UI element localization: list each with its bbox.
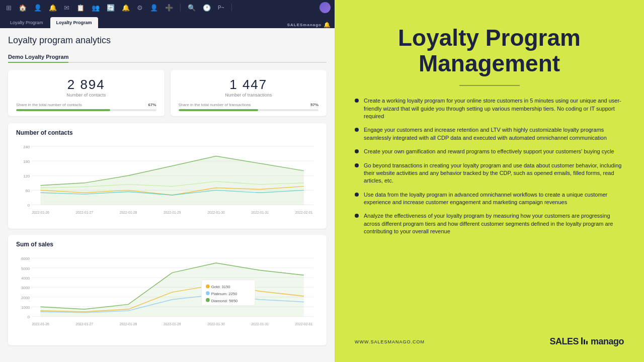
top-nav: ⊞ 🏠 👤 🔔 ✉ 📋 👥 🔄 🔔 ⚙ 👤 ➕ 🔍 🕐 P~ [0, 0, 335, 15]
svg-text:2022-01-29: 2022-01-29 [164, 322, 181, 326]
nav-divider-2 [231, 4, 232, 12]
svg-text:2022-01-28: 2022-01-28 [120, 322, 137, 326]
footer-url: WWW.SALESMANAGO.COM [355, 339, 425, 344]
home-icon[interactable]: 🏠 [17, 3, 29, 13]
right-footer: WWW.SALESMANAGO.COM SALES manago [355, 336, 624, 347]
contacts-chart-section: Number of contacts 240 180 120 60 0 2022… [8, 123, 327, 229]
svg-text:2022-02-01: 2022-02-01 [295, 322, 313, 326]
settings-icon[interactable]: ⚙ [135, 3, 145, 13]
bullet-text-2: Engage your customers and increase reten… [364, 126, 624, 142]
bullet-text-5: Use data from the loyalty program in adv… [364, 191, 624, 207]
email-icon[interactable]: ✉ [62, 3, 71, 13]
plus-icon[interactable]: ➕ [163, 3, 175, 13]
contacts-chart-title: Number of contacts [16, 129, 318, 136]
promo-bullets: Create a working loyalty program for you… [355, 97, 624, 235]
bullet-text-4: Go beyond transactions in creating your … [364, 162, 624, 185]
transactions-percent: 57% [310, 103, 318, 107]
svg-text:2022-01-31: 2022-01-31 [251, 322, 269, 326]
svg-point-43 [206, 291, 210, 295]
logo-bar-3 [586, 341, 588, 344]
avatar[interactable] [319, 2, 331, 13]
svg-text:1000: 1000 [21, 305, 30, 310]
sales-chart-section: Sum of sales 6000 5000 4000 3000 2000 10… [8, 235, 327, 345]
logo-bar-2 [584, 339, 585, 344]
users-icon[interactable]: 👥 [90, 3, 102, 13]
svg-text:3000: 3000 [21, 286, 30, 290]
salesmanago-logo-nav: SALESmanago [287, 23, 321, 27]
transactions-number: 1 447 [179, 77, 319, 93]
tabs-bar: Loyalty Program Loyalty Program SALESman… [0, 15, 335, 28]
contacts-percent: 67% [148, 103, 156, 107]
svg-text:2022-01-26: 2022-01-26 [32, 322, 49, 326]
page-title: Loyalty program analytics [8, 35, 327, 46]
search-bar-area: SALESmanago 🔔 [287, 22, 331, 28]
svg-text:180: 180 [23, 159, 30, 164]
user-profile-icon[interactable]: P~ [216, 4, 226, 12]
svg-text:2022-02-01: 2022-02-01 [295, 211, 313, 214]
contacts-bar-fill [16, 109, 110, 111]
transactions-share-row: Share in the total number of transaction… [179, 103, 319, 107]
contacts-label: Number of contacts [16, 93, 156, 98]
grid-icon[interactable]: ⊞ [4, 3, 14, 13]
svg-text:5000: 5000 [21, 266, 30, 271]
tab-loyalty-program-2[interactable]: Loyalty Program [50, 17, 98, 28]
search-icon[interactable]: 🔍 [186, 3, 198, 13]
contacts-chart-svg: 240 180 120 60 0 2022-01-26 2022-01-27 2… [16, 140, 318, 221]
content-area: Loyalty program analytics Demo Loyalty P… [0, 28, 335, 362]
list-item: Use data from the loyalty program in adv… [355, 191, 624, 207]
svg-text:2022-01-31: 2022-01-31 [251, 211, 269, 214]
stat-cards: 2 894 Number of contacts Share in the to… [8, 70, 327, 116]
stat-card-transactions: 1 447 Number of transactions Share in th… [171, 70, 327, 116]
svg-text:Gold:   3150: Gold: 3150 [211, 285, 230, 289]
svg-text:6000: 6000 [21, 256, 30, 261]
svg-text:60: 60 [26, 189, 30, 193]
account-icon[interactable]: 👤 [148, 3, 160, 13]
bullet-dot [355, 193, 359, 197]
bullet-dot [355, 163, 359, 167]
promo-divider [459, 85, 520, 86]
svg-point-41 [206, 285, 210, 289]
svg-text:2022-01-27: 2022-01-27 [75, 322, 93, 326]
svg-text:2022-01-30: 2022-01-30 [207, 211, 225, 214]
sub-tabs: Demo Loyalty Program [8, 52, 327, 63]
left-panel: ⊞ 🏠 👤 🔔 ✉ 📋 👥 🔄 🔔 ⚙ 👤 ➕ 🔍 🕐 P~ Loyalty P… [0, 0, 335, 362]
logo-bar-1 [581, 337, 583, 344]
contacts-share-label: Share in the total number of contacts [16, 103, 82, 107]
svg-text:2022-01-29: 2022-01-29 [164, 211, 181, 214]
bullet-text-3: Create your own gamification and reward … [364, 148, 614, 155]
clock-icon[interactable]: 🕐 [201, 3, 213, 13]
nav-divider [180, 4, 181, 12]
contacts-share-row: Share in the total number of contacts 67… [16, 103, 156, 107]
svg-text:2022-01-26: 2022-01-26 [32, 211, 49, 214]
tasks-icon[interactable]: 📋 [74, 3, 87, 13]
tab-loyalty-program-1[interactable]: Loyalty Program [4, 17, 49, 28]
sales-chart-svg: 6000 5000 4000 3000 2000 1000 0 2022-01-… [16, 252, 318, 337]
svg-text:2022-01-27: 2022-01-27 [75, 211, 93, 214]
contacts-bar-bg [16, 109, 156, 111]
alert-icon[interactable]: 🔔 [324, 22, 331, 28]
svg-marker-17 [40, 156, 303, 205]
promo-content: Loyalty Program Management Create a work… [355, 25, 624, 328]
bullet-text-1: Create a working loyalty program for you… [364, 97, 624, 120]
bullet-dot [355, 214, 359, 218]
sub-tab-demo[interactable]: Demo Loyalty Program [8, 52, 68, 63]
svg-text:120: 120 [23, 174, 30, 178]
sync-icon[interactable]: 🔄 [105, 3, 117, 13]
svg-text:0: 0 [28, 203, 30, 208]
svg-text:240: 240 [23, 145, 30, 149]
transactions-bar-bg [179, 109, 319, 111]
stat-card-contacts: 2 894 Number of contacts Share in the to… [8, 70, 165, 116]
svg-marker-39 [40, 263, 303, 317]
bell-icon[interactable]: 🔔 [120, 3, 132, 13]
svg-text:2022-01-30: 2022-01-30 [207, 322, 225, 326]
bullet-dot [355, 99, 359, 103]
svg-text:4000: 4000 [21, 276, 30, 281]
svg-text:Diamond:  5650: Diamond: 5650 [211, 299, 238, 303]
contacts-icon[interactable]: 👤 [32, 3, 44, 13]
notifications-icon[interactable]: 🔔 [47, 3, 59, 13]
transactions-share-label: Share in the total number of transaction… [179, 103, 251, 107]
sales-chart-title: Sum of sales [16, 241, 318, 248]
logo-bars [581, 337, 588, 344]
list-item: Analyze the effectiveness of your loyalt… [355, 212, 624, 235]
transactions-label: Number of transactions [179, 93, 319, 98]
